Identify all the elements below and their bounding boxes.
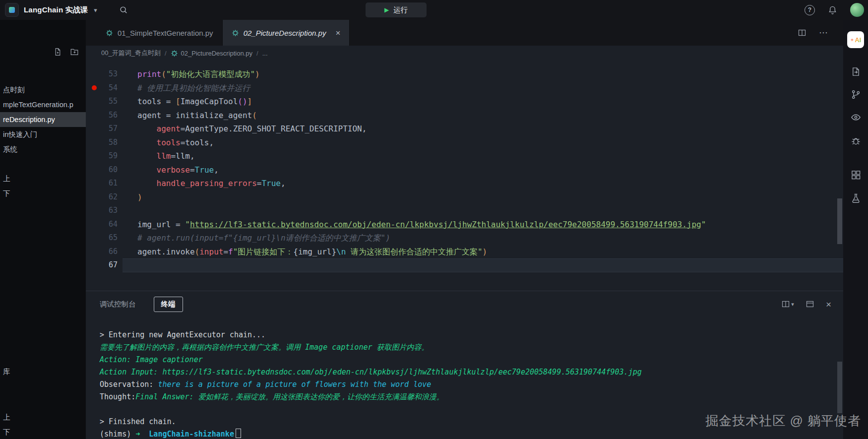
explorer-item[interactable]: in快速入门: [0, 127, 86, 142]
line-number[interactable]: 56: [86, 109, 123, 123]
code-token: (: [161, 69, 166, 79]
code-text: ): [123, 190, 843, 204]
help-icon[interactable]: ?: [805, 5, 815, 15]
code-line: 61 handle_parsing_errors=True,: [86, 177, 843, 190]
run-button[interactable]: ▶ 运行: [366, 2, 427, 17]
close-tab-icon[interactable]: ×: [335, 29, 340, 37]
terminal-scrollbar[interactable]: [837, 362, 842, 413]
explorer-item[interactable]: 点时刻: [0, 82, 86, 97]
search-icon[interactable]: [119, 5, 128, 14]
code-token: True: [195, 165, 214, 175]
breadcrumb-item[interactable]: 00_开篇词_奇点时刻: [101, 49, 161, 58]
line-number[interactable]: 62: [86, 190, 123, 204]
explorer-item[interactable]: 库: [0, 364, 86, 379]
code-link[interactable]: https://lf3-static.bytednsdoc.com/obj/ed…: [190, 220, 701, 229]
code-line: 64img_url = "https://lf3-static.bytednsd…: [86, 218, 843, 232]
code-line: 56agent = initialize_agent(: [86, 109, 843, 123]
code-line: 55tools = [ImageCapTool()]: [86, 95, 843, 109]
editor-tab[interactable]: 02_PictureDescription.py×: [223, 20, 350, 46]
explorer-item[interactable]: mpleTextGeneration.p: [0, 97, 86, 112]
ai-label: AI: [855, 36, 861, 44]
code-token: tools =: [137, 97, 176, 106]
breadcrumb-item[interactable]: 02_PictureDescription.py: [171, 50, 253, 57]
panel-layout-icon[interactable]: ▾: [782, 300, 794, 308]
extensions-icon[interactable]: [851, 170, 861, 180]
panel-tab[interactable]: 终端: [154, 297, 183, 312]
breadcrumb-item[interactable]: ...: [262, 50, 268, 57]
line-number[interactable]: 55: [86, 95, 123, 109]
code-text: [123, 204, 843, 218]
line-number[interactable]: 61: [86, 177, 123, 190]
explorer-item[interactable]: 系统: [0, 142, 86, 157]
code-token: [: [176, 97, 181, 106]
line-number[interactable]: 64: [86, 218, 123, 232]
line-number[interactable]: 59: [86, 149, 123, 163]
terminal-token: Action: Image captioner: [100, 355, 203, 364]
line-number[interactable]: 53: [86, 67, 123, 81]
code-token: tools: [157, 138, 181, 147]
code-token: "初始化大语言模型成功": [166, 69, 255, 79]
close-panel-icon[interactable]: ×: [826, 300, 831, 309]
explorer-item[interactable]: 上: [0, 171, 86, 186]
line-number[interactable]: 67: [86, 258, 123, 272]
split-editor-icon[interactable]: [798, 29, 806, 37]
code-line: 58 tools=tools,: [86, 136, 843, 150]
live-preview-icon[interactable]: [851, 112, 861, 123]
run-label: 运行: [393, 5, 408, 15]
testing-icon[interactable]: [851, 193, 861, 203]
code-token: (: [252, 111, 257, 120]
explorer-group: 上下: [0, 171, 86, 201]
explorer-item[interactable]: 下: [0, 425, 86, 439]
terminal-token: Observation:: [100, 380, 158, 389]
code-text: [123, 258, 843, 272]
bell-icon[interactable]: [828, 5, 837, 15]
code-token: =AgentType.ZERO_SHOT_REACT_DESCRIPTION,: [181, 124, 367, 133]
user-avatar[interactable]: [850, 3, 864, 17]
new-folder-icon[interactable]: [70, 48, 79, 56]
editor-scrollbar[interactable]: [837, 198, 842, 244]
code-token: =: [223, 247, 228, 256]
code-line: 60 verbose=True,: [86, 163, 843, 177]
editor-tab[interactable]: 01_SimpleTextGeneration.py: [97, 20, 223, 46]
python-file-icon: [171, 50, 178, 57]
new-file-icon[interactable]: [54, 48, 62, 56]
code-token: {img_url}: [293, 247, 336, 256]
code-text: llm=llm,: [123, 149, 843, 163]
code-line: 59 llm=llm,: [86, 149, 843, 163]
terminal-line: Action: Image captioner: [100, 354, 843, 366]
maximize-panel-icon[interactable]: [806, 300, 814, 308]
play-icon: ▶: [384, 7, 389, 13]
breadcrumb: 00_开篇词_奇点时刻/02_PictureDescription.py/...: [86, 46, 843, 61]
code-token: [137, 138, 157, 147]
explorer-item[interactable]: 上: [0, 410, 86, 425]
code-token: ): [255, 69, 260, 79]
go-to-file-icon[interactable]: [851, 66, 861, 77]
line-number[interactable]: 65: [86, 231, 123, 245]
explorer-item[interactable]: reDescription.py: [0, 112, 86, 127]
panel-tab[interactable]: 调试控制台: [100, 300, 136, 309]
code-token: 请为这张图创作合适的中文推广文案": [346, 247, 482, 256]
line-number[interactable]: 58: [86, 136, 123, 150]
ai-assistant-icon[interactable]: ✦ AI: [847, 31, 864, 48]
chevron-down-icon[interactable]: ▾: [94, 6, 97, 14]
code-token: =tools,: [181, 138, 214, 147]
app-logo[interactable]: [5, 3, 19, 17]
terminal-token: Action Input: https://lf3-static.bytedns…: [100, 368, 642, 376]
more-actions-icon[interactable]: ⋯: [819, 27, 828, 38]
code-token: ): [137, 192, 142, 202]
debug-icon[interactable]: [851, 135, 861, 146]
breakpoint-icon[interactable]: [92, 85, 97, 90]
topbar: LangChain 实战课 ▾ ▶ 运行 ?: [0, 0, 868, 20]
terminal-token: > Entering new AgentExecutor chain...: [100, 330, 265, 339]
line-number[interactable]: 63: [86, 204, 123, 218]
line-number[interactable]: 54: [86, 81, 123, 95]
source-control-icon[interactable]: [851, 89, 861, 100]
code-line: 66agent.invoke(input=f"图片链接如下：{img_url}\…: [86, 245, 843, 259]
code-token: llm: [157, 151, 171, 161]
line-number[interactable]: 66: [86, 245, 123, 259]
explorer-item[interactable]: 下: [0, 186, 86, 201]
code-token: ": [701, 220, 706, 229]
line-number[interactable]: 57: [86, 122, 123, 136]
terminal-token: > Finished chain.: [100, 417, 176, 426]
line-number[interactable]: 60: [86, 163, 123, 177]
